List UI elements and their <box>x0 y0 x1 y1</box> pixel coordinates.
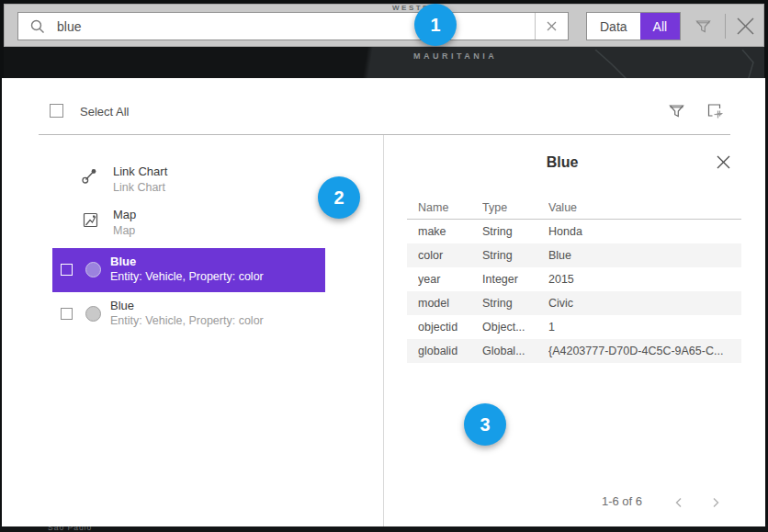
data-all-toggle: Data All <box>586 12 681 40</box>
cell-value: Honda <box>548 220 738 243</box>
search-value: blue <box>57 19 535 34</box>
table-row: model String Civic <box>407 291 741 315</box>
result-item-blue-selected[interactable]: Blue Entity: Vehicle, Property: color <box>52 248 325 292</box>
attribute-table: Name Type Value make String Honda color … <box>407 196 741 363</box>
item-checkbox[interactable] <box>61 308 73 320</box>
item-title: Link Chart <box>113 164 167 178</box>
column-header-value: Value <box>548 196 738 220</box>
item-subtitle: Entity: Vehicle, Property: color <box>110 270 264 283</box>
cell-name: color <box>418 243 480 267</box>
item-checkbox[interactable] <box>61 264 73 276</box>
item-title: Map <box>113 208 136 221</box>
point-symbol-icon <box>85 306 101 322</box>
toggle-option-all[interactable]: All <box>640 13 681 40</box>
table-row: year Integer 2015 <box>407 267 741 291</box>
item-title: Blue <box>110 255 136 268</box>
result-item-map[interactable]: Map Map <box>52 203 325 247</box>
callout-3: 3 <box>464 403 506 446</box>
table-row: objectid Object... 1 <box>407 315 741 339</box>
item-subtitle: Map <box>113 224 135 237</box>
cell-name: year <box>418 267 480 291</box>
clear-search-button[interactable] <box>535 13 568 40</box>
cell-name: objectid <box>418 315 480 339</box>
close-icon <box>547 21 557 31</box>
cell-value: {A4203777-D70D-4C5C-9A65-C... <box>548 339 738 363</box>
item-subtitle: Link Chart <box>113 181 165 194</box>
table-header: Name Type Value <box>407 196 741 220</box>
prev-page-icon[interactable] <box>672 496 685 509</box>
cell-type: Global... <box>482 339 547 363</box>
search-toolbar: blue Data All <box>4 4 764 47</box>
column-header-type: Type <box>482 196 547 220</box>
callout-1: 1 <box>414 4 457 46</box>
panel-vertical-divider <box>383 135 384 526</box>
map-icon <box>82 211 99 229</box>
cell-type: Integer <box>482 267 547 291</box>
link-chart-icon <box>81 166 99 185</box>
point-symbol-icon <box>85 262 101 277</box>
detail-title: Blue <box>406 154 718 171</box>
cell-value: 2015 <box>548 267 738 291</box>
table-row: make String Honda <box>407 220 741 243</box>
column-header-name: Name <box>418 196 480 220</box>
item-subtitle: Entity: Vehicle, Property: color <box>110 314 264 327</box>
search-input[interactable]: blue <box>17 12 569 40</box>
cell-type: String <box>482 291 547 315</box>
pagination-label: 1-6 of 6 <box>562 494 682 508</box>
cell-name: make <box>418 220 480 243</box>
next-page-icon[interactable] <box>709 496 722 509</box>
toggle-option-data[interactable]: Data <box>587 13 640 40</box>
item-title: Blue <box>110 299 134 312</box>
cell-type: Object... <box>482 315 547 339</box>
table-row: color String Blue <box>407 243 741 267</box>
result-item-link-chart[interactable]: Link Chart Link Chart <box>52 159 325 203</box>
filter-icon[interactable] <box>694 17 713 36</box>
toolbar-divider <box>725 14 726 39</box>
results-panel: Select All Link Chart Link Chart Map Map <box>2 78 765 526</box>
select-all-checkbox[interactable] <box>50 104 63 118</box>
cell-type: String <box>482 220 547 243</box>
panel-filter-icon[interactable] <box>667 101 686 120</box>
select-all-label: Select All <box>80 105 129 119</box>
cell-value: Blue <box>548 243 738 267</box>
add-to-selection-icon[interactable] <box>705 101 724 120</box>
panel-divider <box>39 134 730 135</box>
cell-value: 1 <box>548 315 738 339</box>
cell-name: globalid <box>418 339 480 363</box>
app-screen: MAURITANIA São Paulo blue Data All WESTE… <box>0 0 768 532</box>
cell-type: String <box>482 243 547 267</box>
result-item-blue[interactable]: Blue Entity: Vehicle, Property: color <box>52 292 325 336</box>
table-row: globalid Global... {A4203777-D70D-4C5C-9… <box>407 339 741 363</box>
close-search-icon[interactable] <box>735 16 756 37</box>
callout-2: 2 <box>318 176 360 219</box>
cell-value: Civic <box>548 291 738 315</box>
cell-name: model <box>418 291 480 315</box>
detail-close-icon[interactable] <box>716 154 731 170</box>
search-icon <box>29 18 46 35</box>
